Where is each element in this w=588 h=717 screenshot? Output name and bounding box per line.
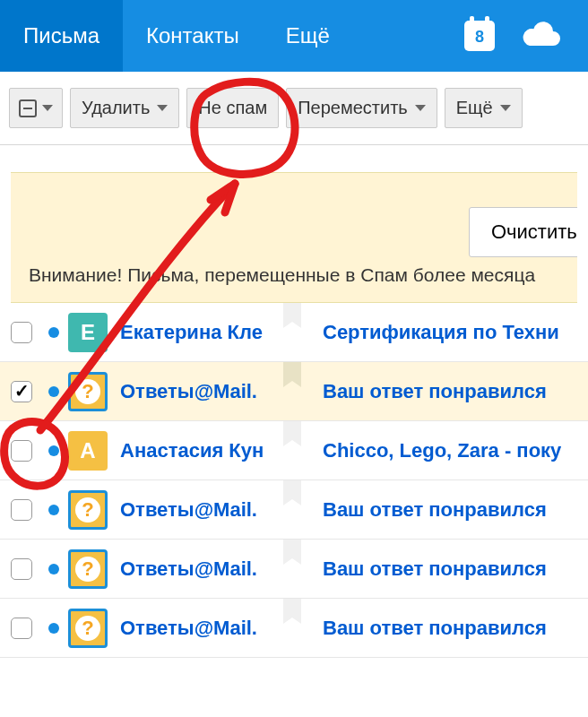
sender-name: Анастасия Кун xyxy=(120,439,285,462)
not-spam-label: Не спам xyxy=(198,98,267,118)
sender-name: Ответы@Mail. xyxy=(120,380,285,403)
calendar-date: 8 xyxy=(464,23,495,51)
email-checkbox[interactable] xyxy=(11,558,32,580)
toolbar-more-label: Ещё xyxy=(456,98,493,118)
cloud-icon[interactable] xyxy=(522,19,561,54)
move-label: Переместить xyxy=(298,98,408,118)
bookmark-flag-icon[interactable] xyxy=(283,599,301,624)
select-mode-icon xyxy=(19,99,37,117)
email-subject: Ваш ответ понравился xyxy=(323,557,547,581)
email-list: ЕЕкатерина КлеСертификация по ТехниОтвет… xyxy=(0,303,588,658)
sender-avatar: Е xyxy=(68,313,108,352)
bookmark-flag-icon[interactable] xyxy=(283,303,301,328)
nav-tab-mail[interactable]: Письма xyxy=(0,0,123,72)
unread-dot-icon xyxy=(48,327,59,338)
sender-name: Ответы@Mail. xyxy=(120,557,285,581)
email-subject: Ваш ответ понравился xyxy=(323,617,547,640)
email-subject: Ваш ответ понравился xyxy=(323,498,547,522)
email-checkbox[interactable] xyxy=(11,618,32,639)
email-checkbox[interactable] xyxy=(11,440,32,462)
chevron-down-icon xyxy=(42,105,53,111)
email-subject: Chicco, Lego, Zara - поку xyxy=(323,439,561,462)
sender-avatar xyxy=(68,609,108,648)
unread-dot-icon xyxy=(48,564,59,574)
bookmark-flag-icon[interactable] xyxy=(283,480,301,505)
unread-dot-icon xyxy=(48,445,59,456)
email-subject: Сертификация по Техни xyxy=(323,321,559,344)
calendar-icon[interactable]: 8 xyxy=(464,21,495,51)
sender-avatar xyxy=(68,490,108,530)
email-row[interactable]: ААнастасия КунChicco, Lego, Zara - поку xyxy=(0,421,588,480)
clear-folder-button[interactable]: Очистить па xyxy=(469,207,577,257)
sender-avatar xyxy=(68,372,108,411)
chevron-down-icon xyxy=(500,105,511,111)
email-row[interactable]: Ответы@Mail.Ваш ответ понравился xyxy=(0,362,588,421)
sender-name: Ответы@Mail. xyxy=(120,617,285,640)
toolbar-more-button[interactable]: Ещё xyxy=(445,88,523,128)
chevron-down-icon xyxy=(415,105,426,111)
email-row[interactable]: Ответы@Mail.Ваш ответ понравился xyxy=(0,599,588,658)
unread-dot-icon xyxy=(48,386,59,397)
not-spam-button[interactable]: Не спам xyxy=(186,88,279,128)
email-row[interactable]: Ответы@Mail.Ваш ответ понравился xyxy=(0,480,588,540)
email-checkbox[interactable] xyxy=(11,499,32,521)
delete-label: Удалить xyxy=(82,98,150,118)
nav-tab-contacts[interactable]: Контакты xyxy=(123,0,263,72)
delete-button[interactable]: Удалить xyxy=(70,88,179,128)
sender-name: Ответы@Mail. xyxy=(120,498,285,522)
email-row[interactable]: Ответы@Mail.Ваш ответ понравился xyxy=(0,540,588,599)
spam-notice-text: Внимание! Письма, перемещенные в Спам бо… xyxy=(29,264,559,286)
spam-notice-box: Очистить па Внимание! Письма, перемещенн… xyxy=(11,172,577,303)
move-button[interactable]: Переместить xyxy=(286,88,437,128)
bookmark-flag-icon[interactable] xyxy=(283,362,301,387)
chevron-down-icon xyxy=(157,105,168,111)
bookmark-flag-icon[interactable] xyxy=(283,421,301,446)
action-toolbar: Удалить Не спам Переместить Ещё xyxy=(0,72,588,145)
email-checkbox[interactable] xyxy=(11,381,32,402)
sender-avatar: А xyxy=(68,431,108,471)
sender-avatar xyxy=(68,549,108,589)
unread-dot-icon xyxy=(48,623,59,634)
email-subject: Ваш ответ понравился xyxy=(323,380,547,403)
email-checkbox[interactable] xyxy=(11,322,32,343)
unread-dot-icon xyxy=(48,505,59,515)
select-all-button[interactable] xyxy=(9,88,63,128)
email-row[interactable]: ЕЕкатерина КлеСертификация по Техни xyxy=(0,303,588,362)
bookmark-flag-icon[interactable] xyxy=(283,540,301,565)
sender-name: Екатерина Кле xyxy=(120,321,285,344)
nav-tab-more[interactable]: Ещё xyxy=(263,0,353,72)
top-navbar: Письма Контакты Ещё 8 xyxy=(0,0,588,72)
